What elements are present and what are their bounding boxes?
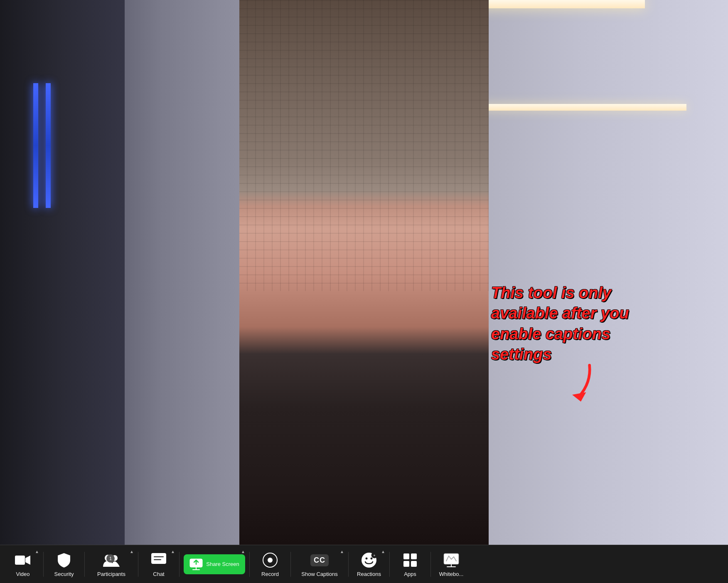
- separator-6: [290, 552, 291, 577]
- meeting-toolbar: ▲ Video Security ▲: [0, 545, 728, 583]
- svg-point-13: [371, 558, 373, 560]
- separator-9: [430, 552, 431, 577]
- svg-rect-1: [15, 556, 25, 565]
- show-captions-chevron-icon: ▲: [340, 549, 344, 554]
- bg-left-panel: [0, 0, 125, 545]
- svg-rect-4: [151, 553, 166, 564]
- blue-light-strip-2: [46, 83, 51, 208]
- chat-chevron-icon: ▲: [171, 549, 175, 554]
- participants-icon: 1: [102, 551, 121, 569]
- cc-badge-icon: CC: [310, 554, 329, 566]
- svg-point-12: [366, 558, 368, 560]
- toolbar-item-security[interactable]: Security: [45, 545, 83, 583]
- blue-light-strip-1: [33, 83, 38, 208]
- chat-label: Chat: [153, 571, 164, 577]
- toolbar-item-video[interactable]: ▲ Video: [4, 545, 42, 583]
- separator-1: [43, 552, 44, 577]
- pixelation-overlay: [239, 0, 489, 291]
- video-feed: This tool is only available after you en…: [0, 0, 728, 545]
- annotation-overlay: This tool is only available after you en…: [491, 283, 666, 365]
- toolbar-item-whiteboard[interactable]: Whitebo...: [433, 545, 470, 583]
- separator-2: [84, 552, 85, 577]
- svg-rect-17: [411, 553, 417, 559]
- participants-label: Participants: [97, 571, 125, 577]
- svg-marker-0: [572, 392, 586, 402]
- show-captions-label: Show Captions: [301, 571, 337, 577]
- record-icon: [261, 551, 279, 569]
- whiteboard-icon: [442, 551, 460, 569]
- record-circle: [263, 553, 278, 568]
- annotation-arrow: [566, 362, 599, 405]
- record-label: Record: [261, 571, 279, 577]
- toolbar-item-record[interactable]: Record: [251, 545, 289, 583]
- participants-count-badge: 1: [106, 554, 115, 563]
- svg-rect-16: [403, 553, 409, 559]
- toolbar-item-reactions[interactable]: ▲ + Reactions: [350, 545, 388, 583]
- toolbar-item-show-captions[interactable]: ▲ CC Show Captions: [293, 545, 347, 583]
- share-screen-label: Share Screen: [206, 561, 239, 567]
- video-icon: [14, 551, 32, 569]
- video-label: Video: [16, 571, 30, 577]
- toolbar-item-participants[interactable]: ▲ 1 Participants: [86, 545, 136, 583]
- toolbar-item-apps[interactable]: Apps: [391, 545, 429, 583]
- whiteboard-label: Whitebo...: [439, 571, 464, 577]
- share-screen-chevron-icon: ▲: [241, 549, 245, 554]
- toolbar-item-share-screen[interactable]: ▲ Share Screen: [181, 545, 248, 583]
- annotation-line3: enable captions settings: [491, 324, 666, 365]
- reactions-chevron-icon: ▲: [381, 549, 385, 554]
- ceiling-light-2: [479, 104, 686, 111]
- video-chevron-icon: ▲: [35, 549, 39, 554]
- security-icon: [55, 551, 73, 569]
- svg-text:+: +: [373, 553, 375, 558]
- separator-3: [138, 552, 138, 577]
- reactions-label: Reactions: [357, 571, 381, 577]
- apps-icon: [401, 551, 419, 569]
- annotation-line2: available after you: [491, 303, 666, 324]
- share-screen-icon: [189, 558, 203, 571]
- separator-8: [389, 552, 390, 577]
- svg-rect-19: [411, 561, 417, 567]
- separator-5: [249, 552, 250, 577]
- reactions-icon: +: [360, 551, 378, 569]
- show-captions-icon: CC: [310, 551, 329, 569]
- svg-point-10: [268, 558, 273, 563]
- apps-label: Apps: [404, 571, 416, 577]
- participants-chevron-icon: ▲: [130, 549, 134, 554]
- security-label: Security: [54, 571, 74, 577]
- toolbar-item-chat[interactable]: ▲ Chat: [140, 545, 177, 583]
- svg-rect-18: [403, 561, 409, 567]
- chat-icon: [150, 551, 168, 569]
- annotation-line1: This tool is only: [491, 283, 666, 303]
- separator-7: [348, 552, 349, 577]
- separator-4: [179, 552, 180, 577]
- share-screen-button[interactable]: Share Screen: [184, 554, 245, 574]
